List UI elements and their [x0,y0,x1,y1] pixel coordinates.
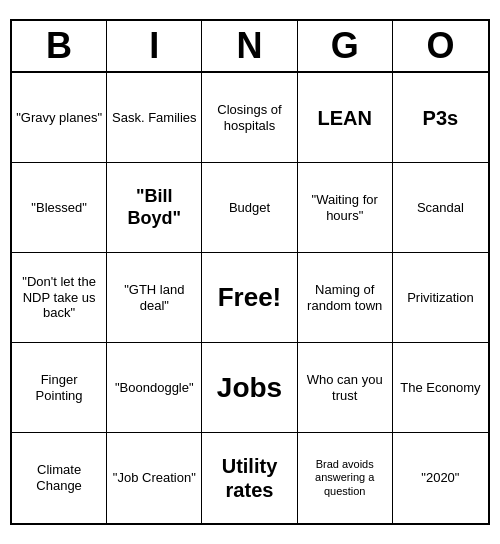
bingo-cell: Scandal [393,163,488,253]
bingo-cell: Brad avoids answering a question [298,433,393,523]
bingo-cell: Naming of random town [298,253,393,343]
bingo-cell: "2020" [393,433,488,523]
bingo-cell: "GTH land deal" [107,253,202,343]
header-letter: B [12,21,107,71]
bingo-cell: P3s [393,73,488,163]
bingo-cell: Finger Pointing [12,343,107,433]
bingo-cell: Sask. Families [107,73,202,163]
bingo-cell: Free! [202,253,297,343]
bingo-cell: "Waiting for hours" [298,163,393,253]
bingo-cell: Jobs [202,343,297,433]
bingo-cell: Closings of hospitals [202,73,297,163]
header-letter: G [298,21,393,71]
bingo-cell: Who can you trust [298,343,393,433]
bingo-cell: "Job Creation" [107,433,202,523]
bingo-card: BINGO "Gravy planes"Sask. FamiliesClosin… [10,19,490,525]
header-letter: I [107,21,202,71]
bingo-cell: Climate Change [12,433,107,523]
bingo-cell: "Boondoggle" [107,343,202,433]
bingo-cell: Privitization [393,253,488,343]
bingo-cell: "Bill Boyd" [107,163,202,253]
bingo-cell: Utility rates [202,433,297,523]
bingo-cell: "Don't let the NDP take us back" [12,253,107,343]
header-letter: N [202,21,297,71]
bingo-cell: The Economy [393,343,488,433]
bingo-cell: LEAN [298,73,393,163]
bingo-cell: Budget [202,163,297,253]
bingo-grid: "Gravy planes"Sask. FamiliesClosings of … [12,73,488,523]
header-letter: O [393,21,488,71]
bingo-cell: "Blessed" [12,163,107,253]
bingo-header: BINGO [12,21,488,73]
bingo-cell: "Gravy planes" [12,73,107,163]
